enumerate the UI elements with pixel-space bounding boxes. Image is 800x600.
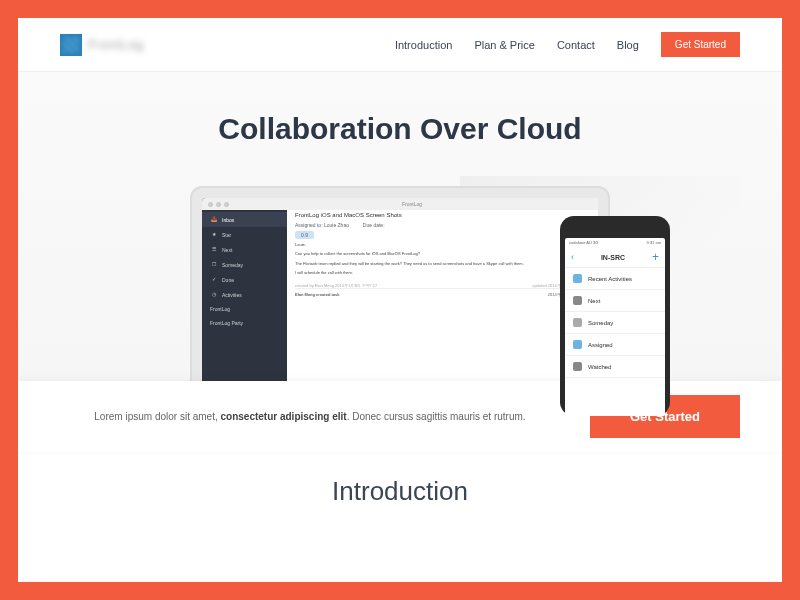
hero-section: Collaboration Over Cloud FrontLog 📥Inbox…: [18, 72, 782, 452]
box-icon: ☐: [210, 261, 217, 268]
task-title: FrontLog iOS and MacOS Screen Shots: [295, 212, 590, 218]
check-icon: ✓: [210, 276, 217, 283]
laptop-titlebar: FrontLog: [202, 198, 598, 210]
logo-text: FrontLog: [88, 38, 144, 52]
sidebar-item-star[interactable]: ★Star: [202, 227, 287, 242]
sidebar-item-frontlog[interactable]: FrontLog: [202, 302, 287, 316]
list-icon: [573, 296, 582, 305]
activity-icon: ◷: [210, 291, 217, 298]
phone-item-watched[interactable]: Watched: [565, 356, 665, 378]
main-nav: Introduction Plan & Price Contact Blog G…: [395, 32, 740, 57]
nav-blog[interactable]: Blog: [617, 33, 639, 57]
get-started-button[interactable]: Get Started: [661, 32, 740, 57]
task-progress: 0.9: [295, 232, 590, 238]
nav-introduction[interactable]: Introduction: [395, 33, 452, 57]
intro-section: Introduction: [18, 452, 782, 531]
user-icon: [573, 340, 582, 349]
laptop-window-title: FrontLog: [402, 201, 422, 207]
sidebar-item-someday[interactable]: ☐Someday: [202, 257, 287, 272]
phone-mockup: vodafone AU 3G9:31 am ‹ IN-SRC + Recent …: [560, 216, 670, 416]
phone-statusbar: vodafone AU 3G9:31 am: [565, 238, 665, 247]
phone-item-assigned[interactable]: Assigned: [565, 334, 665, 356]
nav-plan-price[interactable]: Plan & Price: [474, 33, 535, 57]
phone-item-someday[interactable]: Someday: [565, 312, 665, 334]
phone-title: IN-SRC: [601, 254, 625, 261]
device-showcase: FrontLog 📥Inbox ★Star ☰Next ☐Someday ✓Do…: [60, 176, 740, 416]
back-icon[interactable]: ‹: [571, 252, 574, 262]
hero-title: Collaboration Over Cloud: [60, 112, 740, 146]
logo-icon: [60, 34, 82, 56]
star-icon: ★: [210, 231, 217, 238]
eye-icon: [573, 362, 582, 371]
infinity-icon: [573, 274, 582, 283]
task-body: Louie, Can you help to collect the scree…: [295, 242, 590, 277]
hero-tagline: Lorem ipsum dolor sit amet, consectetur …: [60, 408, 560, 425]
phone-item-recent[interactable]: Recent Activities: [565, 268, 665, 290]
list-icon: ☰: [210, 246, 217, 253]
activity-row: Elan Meng created task 2014年1月3日 下午7:27: [295, 288, 590, 300]
logo[interactable]: FrontLog: [60, 34, 144, 56]
inbox-icon: 📥: [210, 216, 217, 223]
phone-list: Recent Activities Next Someday Assigned …: [565, 268, 665, 378]
intro-heading: Introduction: [42, 476, 758, 507]
sidebar-item-activities[interactable]: ◷Activities: [202, 287, 287, 302]
sidebar-item-done[interactable]: ✓Done: [202, 272, 287, 287]
box-icon: [573, 318, 582, 327]
site-header: FrontLog Introduction Plan & Price Conta…: [18, 18, 782, 72]
phone-item-next[interactable]: Next: [565, 290, 665, 312]
sidebar-item-next[interactable]: ☰Next: [202, 242, 287, 257]
sidebar-item-inbox[interactable]: 📥Inbox: [202, 212, 287, 227]
phone-navbar: ‹ IN-SRC +: [565, 247, 665, 268]
add-icon[interactable]: +: [652, 251, 659, 263]
task-assignee-row: Assigned to: Louie Zhao Due date:: [295, 222, 590, 228]
sidebar-item-frontlog-party[interactable]: FrontLog Party: [202, 316, 287, 330]
nav-contact[interactable]: Contact: [557, 33, 595, 57]
